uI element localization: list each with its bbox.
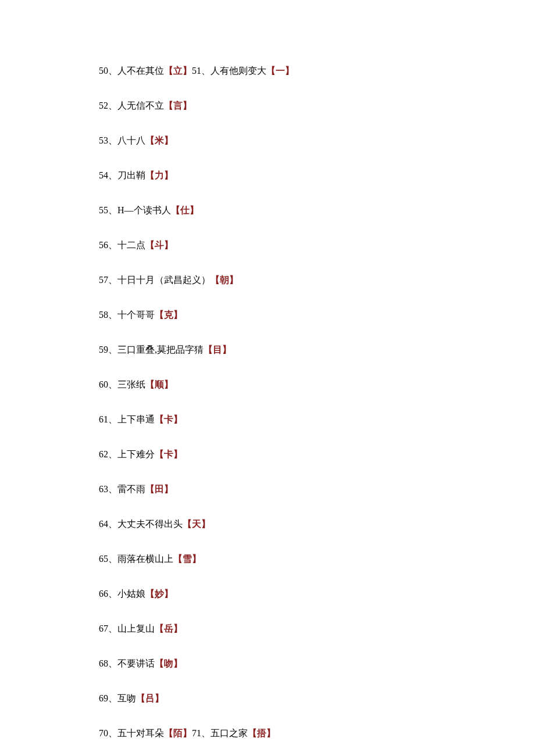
separator: 、 <box>108 170 117 180</box>
answer-text: 卡 <box>164 414 173 424</box>
riddle-line: 70、五十对耳朵【陌】71、五口之家【捂】 <box>99 726 448 740</box>
entry-answer: 【天】 <box>183 519 211 529</box>
entry-number: 63 <box>99 484 108 494</box>
entry-answer: 【米】 <box>145 135 173 145</box>
entry-number: 61 <box>99 414 108 424</box>
entry-clue: 人不在其位 <box>117 66 164 76</box>
separator: 、 <box>108 658 117 668</box>
entry-clue: 山上复山 <box>117 624 155 633</box>
riddle-entry: 61、上下串通【卡】 <box>99 414 183 424</box>
entry-number: 59 <box>99 345 108 354</box>
answer-text: 田 <box>155 484 164 494</box>
riddle-line: 56、十二点【斗】 <box>99 238 448 252</box>
answer-text: 捂 <box>257 728 266 738</box>
entry-clue: 十日十月（武昌起义） <box>117 275 211 285</box>
riddle-entry: 67、山上复山【岳】 <box>99 624 183 633</box>
answer-text: 天 <box>192 519 201 529</box>
riddle-line: 67、山上复山【岳】 <box>99 622 448 636</box>
riddle-entry: 57、十日十月（武昌起义）【朝】 <box>99 275 238 285</box>
riddle-entry: 63、雷不雨【田】 <box>99 484 173 494</box>
entry-answer: 【捂】 <box>248 728 276 738</box>
riddle-entry: 55、H—个读书人【仕】 <box>99 205 199 215</box>
answer-text: 米 <box>155 135 164 145</box>
entry-number: 56 <box>99 240 108 250</box>
riddle-entry: 68、不要讲话【吻】 <box>99 658 183 668</box>
entry-answer: 【顺】 <box>145 379 173 389</box>
riddle-entry: 53、八十八【米】 <box>99 135 173 145</box>
entry-number: 64 <box>99 519 108 529</box>
entry-number: 53 <box>99 135 108 145</box>
entry-clue: 大丈夫不得出头 <box>117 519 183 529</box>
riddle-entry: 59、三口重叠,莫把品字猜【目】 <box>99 345 231 354</box>
entry-number: 68 <box>99 658 108 668</box>
riddle-entry: 69、互吻【吕】 <box>99 693 164 703</box>
entry-clue: 互吻 <box>117 693 136 703</box>
answer-text: 吻 <box>164 658 173 668</box>
separator: 、 <box>108 589 117 599</box>
riddle-list: 50、人不在其位【立】51、人有他则变大【一】52、人无信不立【言】53、八十八… <box>0 0 448 756</box>
answer-text: 目 <box>213 345 222 354</box>
entry-answer: 【朝】 <box>211 275 238 285</box>
riddle-entry: 70、五十对耳朵【陌】 <box>99 728 192 738</box>
entry-answer: 【雪】 <box>173 554 201 564</box>
entry-number: 71 <box>192 728 201 738</box>
separator: 、 <box>108 345 117 354</box>
entry-clue: 雨落在横山上 <box>117 554 173 564</box>
entry-clue: 上下串通 <box>117 414 155 424</box>
entry-number: 50 <box>99 66 108 76</box>
entry-clue: 刀出鞘 <box>117 170 145 180</box>
entry-clue: 十二点 <box>117 240 145 250</box>
separator: 、 <box>108 379 117 389</box>
entry-clue: 五口之家 <box>211 728 248 738</box>
separator: 、 <box>108 240 117 250</box>
separator: 、 <box>108 205 117 215</box>
entry-number: 67 <box>99 624 108 633</box>
entry-clue: 八十八 <box>117 135 145 145</box>
entry-clue: 十个哥哥 <box>117 310 155 320</box>
riddle-line: 57、十日十月（武昌起义）【朝】 <box>99 273 448 287</box>
entry-answer: 【目】 <box>204 345 231 354</box>
separator: 、 <box>108 728 117 738</box>
answer-text: 朝 <box>220 275 229 285</box>
entry-clue: 雷不雨 <box>117 484 145 494</box>
answer-text: 言 <box>173 101 183 110</box>
entry-clue: 三张纸 <box>117 379 145 389</box>
entry-clue: 三口重叠,莫把品字猜 <box>117 345 204 354</box>
entry-answer: 【克】 <box>155 310 183 320</box>
entry-answer: 【吻】 <box>155 658 183 668</box>
riddle-line: 50、人不在其位【立】51、人有他则变大【一】 <box>99 64 448 78</box>
entry-clue: 小姑娘 <box>117 589 145 599</box>
riddle-line: 54、刀出鞘【力】 <box>99 169 448 182</box>
riddle-entry: 52、人无信不立【言】 <box>99 101 192 110</box>
entry-answer: 【力】 <box>145 170 173 180</box>
entry-number: 54 <box>99 170 108 180</box>
entry-answer: 【斗】 <box>145 240 173 250</box>
entry-answer: 【田】 <box>145 484 173 494</box>
riddle-entry: 50、人不在其位【立】 <box>99 66 192 76</box>
entry-number: 70 <box>99 728 108 738</box>
entry-answer: 【卡】 <box>155 449 183 459</box>
riddle-line: 69、互吻【吕】 <box>99 691 448 705</box>
riddle-line: 63、雷不雨【田】 <box>99 482 448 496</box>
entry-answer: 【岳】 <box>155 624 183 633</box>
entry-number: 51 <box>192 66 201 76</box>
answer-text: 斗 <box>155 240 164 250</box>
riddle-line: 64、大丈夫不得出头【天】 <box>99 517 448 531</box>
riddle-line: 58、十个哥哥【克】 <box>99 308 448 322</box>
riddle-entry: 66、小姑娘【妙】 <box>99 589 173 599</box>
entry-number: 55 <box>99 205 108 215</box>
answer-text: 克 <box>164 310 173 320</box>
separator: 、 <box>108 449 117 459</box>
answer-text: 力 <box>155 170 164 180</box>
separator: 、 <box>108 101 117 110</box>
entry-answer: 【言】 <box>164 101 192 110</box>
separator: 、 <box>108 624 117 633</box>
riddle-entry: 60、三张纸【顺】 <box>99 379 173 389</box>
riddle-entry: 51、人有他则变大【一】 <box>192 66 294 76</box>
riddle-line: 66、小姑娘【妙】 <box>99 587 448 601</box>
entry-answer: 【仕】 <box>171 205 199 215</box>
riddle-entry: 58、十个哥哥【克】 <box>99 310 183 320</box>
riddle-entry: 65、雨落在横山上【雪】 <box>99 554 201 564</box>
entry-answer: 【妙】 <box>145 589 173 599</box>
answer-text: 吕 <box>145 693 155 703</box>
